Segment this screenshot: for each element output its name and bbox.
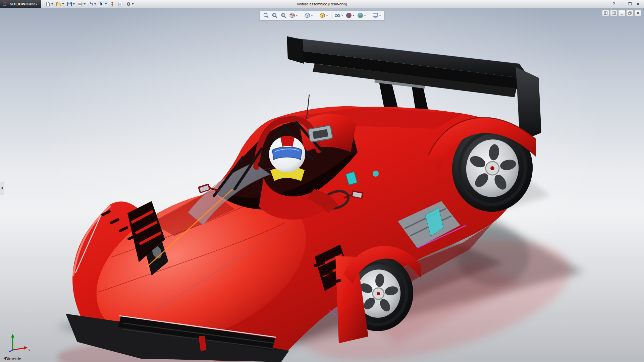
pane1-icon xyxy=(604,11,608,15)
tile-right-button[interactable] xyxy=(610,10,617,16)
dropdown-caret-icon xyxy=(379,15,381,16)
dassault-logo-icon xyxy=(2,2,8,6)
appearance-icon xyxy=(346,12,352,18)
hideshow-icon xyxy=(334,12,340,18)
undo-icon xyxy=(88,1,94,7)
print-button[interactable] xyxy=(76,1,87,7)
display-icon xyxy=(319,12,325,18)
toolbar-separator xyxy=(316,12,316,18)
view-orientation-label: *Dimetric xyxy=(3,356,21,361)
solidworks-window: SOLIDWORKS Voiture assemblee [Read-only]… xyxy=(0,0,644,362)
close-button[interactable]: ✕ xyxy=(635,2,641,6)
settings-icon xyxy=(372,12,378,18)
dropdown-caret-icon xyxy=(84,3,86,5)
graphics-viewport[interactable]: x *Dimetric xyxy=(0,8,644,362)
dropdown-caret-icon xyxy=(296,15,298,16)
view-settings-button[interactable] xyxy=(371,12,382,19)
dropdown-caret-icon xyxy=(51,3,53,5)
pane2-icon xyxy=(612,11,616,15)
section-view-button[interactable] xyxy=(288,12,299,19)
dropdown-caret-icon xyxy=(94,3,96,5)
close-icon xyxy=(636,11,640,15)
document-title: Voiture assemblee [Read-only] xyxy=(297,2,347,6)
dropdown-caret-icon xyxy=(364,15,366,16)
scene-icon xyxy=(357,12,363,18)
dropdown-caret-icon xyxy=(353,15,355,16)
orientation-triad: x xyxy=(7,333,32,353)
prev-view-icon xyxy=(280,12,286,18)
edit-appearance-button[interactable] xyxy=(345,12,356,19)
sheet-properties-button[interactable] xyxy=(117,1,124,7)
options-button[interactable] xyxy=(125,1,135,7)
dropdown-caret-icon xyxy=(326,15,328,16)
open-icon xyxy=(56,1,61,7)
toolbar-separator xyxy=(369,12,369,18)
triad-x-label: x xyxy=(29,348,31,352)
feature-tree-collapse-tab[interactable] xyxy=(0,182,4,194)
zoom-to-fit-button[interactable] xyxy=(262,12,270,19)
orient-icon xyxy=(304,12,310,18)
new-document-button[interactable] xyxy=(44,1,54,7)
tile-left-button[interactable] xyxy=(602,10,609,16)
select-icon xyxy=(99,1,104,7)
window-controls: ? – ❐ ✕ xyxy=(611,2,644,6)
help-button[interactable]: ? xyxy=(611,2,616,6)
dropdown-caret-icon xyxy=(105,3,107,5)
apply-scene-button[interactable] xyxy=(356,12,367,19)
toolbar-separator xyxy=(301,12,301,18)
save-icon xyxy=(67,1,72,7)
save-button[interactable] xyxy=(66,1,76,7)
dropdown-caret-icon xyxy=(341,15,343,16)
car-render xyxy=(0,8,644,362)
display-style-button[interactable] xyxy=(318,12,329,19)
doc-close-button[interactable] xyxy=(634,10,641,16)
doc-minimize-button[interactable] xyxy=(618,10,625,16)
min-icon xyxy=(620,11,624,15)
document-window-controls xyxy=(602,10,641,16)
open-button[interactable] xyxy=(55,1,65,7)
previous-view-button[interactable] xyxy=(279,12,287,19)
section-icon xyxy=(289,12,295,18)
view-orientation-button[interactable] xyxy=(303,12,314,19)
toolbar-separator xyxy=(331,12,331,18)
view-heads-up-toolbar xyxy=(260,11,384,20)
zoom-fit-icon xyxy=(263,12,269,18)
hide-show-items-button[interactable] xyxy=(333,12,344,19)
solidworks-logo: SOLIDWORKS xyxy=(0,0,41,8)
restore-icon xyxy=(628,11,632,15)
print-icon xyxy=(77,1,83,7)
dropdown-caret-icon xyxy=(311,15,313,16)
zoom-to-area-button[interactable] xyxy=(271,12,279,19)
new-doc-icon xyxy=(45,1,51,7)
app-name: SOLIDWORKS xyxy=(10,2,37,6)
sheet-icon xyxy=(118,1,123,7)
snaps-icon xyxy=(110,1,115,7)
doc-restore-button[interactable] xyxy=(626,10,633,16)
undo-button[interactable] xyxy=(87,1,97,7)
quick-snaps-button[interactable] xyxy=(109,1,116,7)
dropdown-caret-icon xyxy=(62,3,64,5)
opts-icon xyxy=(126,1,131,7)
dropdown-caret-icon xyxy=(132,3,134,5)
select-button[interactable] xyxy=(98,1,108,7)
main-toolbar xyxy=(41,1,138,7)
maximize-button[interactable]: ❐ xyxy=(627,2,633,6)
minimize-button[interactable]: – xyxy=(619,2,625,6)
title-bar: SOLIDWORKS Voiture assemblee [Read-only]… xyxy=(0,0,644,8)
zoom-area-icon xyxy=(272,12,278,18)
dropdown-caret-icon xyxy=(73,3,75,5)
chevron-left-icon xyxy=(1,186,3,190)
